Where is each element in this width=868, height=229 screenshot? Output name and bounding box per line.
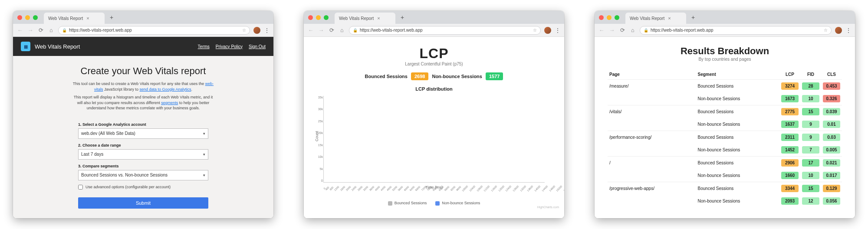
reload-icon[interactable]: ⟳ — [328, 27, 335, 33]
browser-tabbar: Web Vitals Report × + — [13, 11, 273, 24]
avatar[interactable] — [544, 27, 551, 34]
forward-icon[interactable]: → — [27, 27, 34, 33]
cell-lcp: 2311 — [781, 134, 799, 141]
back-icon[interactable]: ← — [16, 27, 23, 33]
link-signout[interactable]: Sign Out — [249, 44, 266, 49]
cell-page: /performance-scoring/ — [608, 131, 696, 144]
chart-legend: Bounced Sessions Non-bounce Sessions — [388, 201, 480, 206]
intro-1: This tool can be used to create a Web Vi… — [72, 81, 215, 92]
new-tab-button[interactable]: + — [107, 13, 116, 22]
forward-icon[interactable]: → — [318, 27, 325, 33]
segment-badges: Bounced Sessions 2698 Non-bounce Session… — [365, 72, 503, 80]
link-terms[interactable]: Terms — [198, 44, 210, 49]
cell-cls: 0.056 — [823, 197, 840, 205]
browser-tab[interactable]: Web Vitals Report × — [44, 13, 105, 24]
avatar[interactable] — [253, 27, 260, 34]
max-window-icon[interactable] — [324, 15, 329, 20]
table-row: Non-bounce Sessions163790.01 — [608, 118, 842, 131]
cell-segment: Non-bounce Sessions — [696, 195, 779, 207]
forward-icon[interactable]: → — [608, 27, 615, 33]
cell-cls: 0.01 — [823, 121, 840, 128]
home-icon[interactable]: ⌂ — [339, 27, 345, 33]
report-form: 1. Select a Google Analytics account web… — [78, 118, 208, 209]
back-icon[interactable]: ← — [598, 27, 605, 33]
url-field[interactable]: 🔒 https://web-vitals-report.web.app ☆ — [58, 26, 250, 35]
advanced-checkbox-input[interactable] — [78, 185, 83, 190]
close-window-icon[interactable] — [599, 15, 604, 20]
step1-label: 1. Select a Google Analytics account — [78, 122, 208, 127]
back-icon[interactable]: ← — [307, 27, 314, 33]
cell-fid: 12 — [802, 197, 819, 205]
home-icon[interactable]: ⌂ — [48, 27, 55, 33]
cell-lcp: 2093 — [781, 197, 799, 205]
col-fid: FID — [800, 69, 821, 80]
legend-bounced: Bounced Sessions — [388, 201, 427, 206]
close-window-icon[interactable] — [308, 15, 313, 20]
cell-segment: Bounced Sessions — [696, 80, 779, 93]
daterange-select[interactable]: Last 7 days ▾ — [78, 149, 208, 160]
close-window-icon[interactable] — [17, 15, 22, 20]
max-window-icon[interactable] — [33, 15, 38, 20]
max-window-icon[interactable] — [615, 15, 619, 20]
app-title: Web Vitals Report — [35, 43, 80, 50]
browser-toolbar: ← → ⟳ ⌂ 🔒 https://web-vitals-report.web.… — [595, 24, 855, 37]
home-icon[interactable]: ⌂ — [629, 27, 636, 33]
new-tab-button[interactable]: + — [398, 13, 407, 22]
min-window-icon[interactable] — [316, 15, 321, 20]
segments-select[interactable]: Bounced Sessions vs. Non-bounce Sessions… — [78, 170, 208, 180]
close-tab-icon[interactable]: × — [668, 16, 671, 21]
min-window-icon[interactable] — [607, 15, 612, 20]
min-window-icon[interactable] — [25, 15, 30, 20]
link-segments[interactable]: segments — [161, 101, 178, 105]
menu-icon[interactable]: ⋮ — [264, 27, 270, 34]
cell-fid: 17 — [802, 159, 819, 167]
cell-cls: 0.039 — [823, 108, 840, 115]
browser-tabbar: Web Vitals Report × + — [595, 11, 855, 24]
cell-lcp: 1673 — [781, 95, 799, 102]
cell-segment: Non-bounce Sessions — [696, 144, 779, 157]
url-field[interactable]: 🔒 https://web-vitals-report.web.app ☆ — [640, 26, 832, 35]
bookmark-icon[interactable]: ☆ — [533, 28, 537, 33]
reload-icon[interactable]: ⟳ — [37, 27, 44, 33]
bookmark-icon[interactable]: ☆ — [824, 28, 828, 33]
browser-tab[interactable]: Web Vitals Report × — [335, 13, 395, 24]
cell-lcp: 1452 — [781, 146, 799, 154]
step2-label: 2. Choose a date range — [78, 143, 208, 147]
results-subtitle: By top countries and pages — [608, 57, 842, 62]
cell-segment: Non-bounce Sessions — [696, 92, 779, 105]
tab-title: Web Vitals Report — [48, 16, 83, 21]
submit-button[interactable]: Submit — [78, 197, 208, 209]
results-table: Page Segment LCP FID CLS /measure/Bounce… — [608, 69, 842, 207]
account-select[interactable]: web.dev (All Web Site Data) ▾ — [78, 128, 208, 139]
new-tab-button[interactable]: + — [689, 13, 697, 22]
advanced-checkbox[interactable]: Use advanced options (configurable per a… — [78, 185, 208, 190]
cell-segment: Non-bounce Sessions — [696, 169, 779, 182]
app-header: ▦ Web Vitals Report Terms Privacy Policy… — [13, 37, 273, 56]
legend-swatch-icon — [435, 201, 440, 206]
menu-icon[interactable]: ⋮ — [845, 27, 852, 34]
avatar[interactable] — [835, 27, 842, 34]
traffic-lights[interactable] — [17, 15, 38, 20]
url-text: https://web-vitals-report.web.app — [651, 28, 713, 33]
traffic-lights[interactable] — [599, 15, 619, 20]
lcp-histogram: Count 35k30k25k20k15k10k5k0 040080012001… — [323, 96, 545, 183]
link-send-ga[interactable]: send data to Google Analytics — [139, 87, 191, 92]
menu-icon[interactable]: ⋮ — [555, 27, 561, 34]
window-form: Web Vitals Report × + ← → ⟳ ⌂ 🔒 https://… — [13, 11, 273, 218]
cell-cls: 0.453 — [823, 82, 840, 90]
close-tab-icon[interactable]: × — [377, 16, 380, 21]
reload-icon[interactable]: ⟳ — [619, 27, 626, 33]
legend-nonbounce: Non-bounce Sessions — [435, 201, 480, 206]
seg-b-value: 1577 — [486, 72, 503, 80]
table-row: /progressive-web-apps/Bounced Sessions33… — [608, 182, 842, 195]
bookmark-icon[interactable]: ☆ — [242, 28, 246, 33]
link-privacy[interactable]: Privacy Policy — [216, 44, 243, 49]
account-select-value: web.dev (All Web Site Data) — [81, 131, 135, 136]
cell-page — [608, 169, 696, 182]
cell-fid: 9 — [802, 134, 819, 141]
col-lcp: LCP — [779, 69, 800, 80]
close-tab-icon[interactable]: × — [86, 16, 89, 21]
traffic-lights[interactable] — [308, 15, 329, 20]
url-field[interactable]: 🔒 https://web-vitals-report.web.app ☆ — [349, 26, 541, 35]
browser-tab[interactable]: Web Vitals Report × — [625, 13, 686, 24]
